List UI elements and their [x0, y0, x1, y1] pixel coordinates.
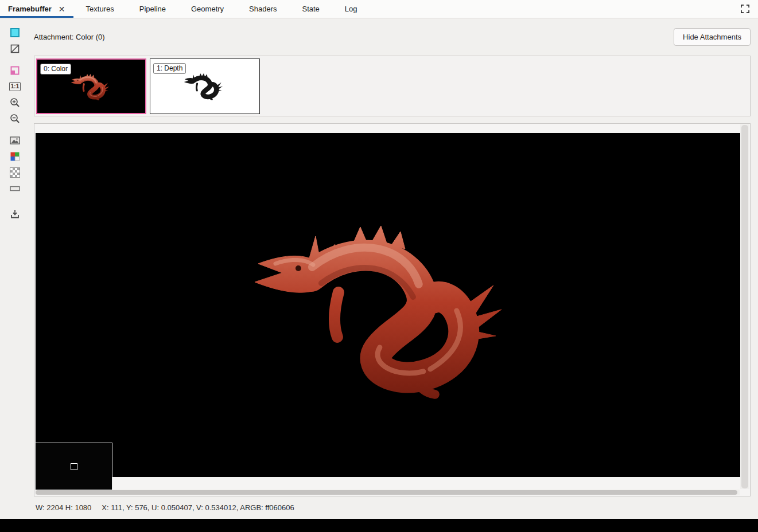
- tab-bar: Framebuffer ✕ Textures Pipeline Geometry…: [0, 0, 758, 18]
- attachment-strip: 0: Color 1: Depth: [34, 56, 751, 116]
- pixel-info-text: X: 111, Y: 576, U: 0.050407, V: 0.534012…: [102, 503, 294, 512]
- pink-border-icon[interactable]: [7, 64, 22, 77]
- dragon-depth-small: [180, 71, 224, 104]
- vertical-scrollbar[interactable]: [740, 124, 749, 489]
- tab-log-label: Log: [345, 5, 357, 13]
- hide-attachments-button[interactable]: Hide Attachments: [674, 28, 751, 46]
- zoom-actual-icon[interactable]: 1:1: [7, 80, 22, 93]
- zoom-in-icon[interactable]: [7, 96, 22, 109]
- attachment-thumb-label: 1: Depth: [153, 63, 186, 74]
- texture-toolbar: 1:1: [0, 19, 30, 519]
- dragon-render-large: [225, 208, 512, 425]
- dragon-render-small: [67, 71, 111, 104]
- alpha-disabled-icon[interactable]: [7, 42, 22, 56]
- attachment-thumb-depth[interactable]: 1: Depth: [150, 58, 260, 114]
- overview-pip[interactable]: [35, 443, 112, 490]
- fullscreen-icon[interactable]: [732, 0, 758, 18]
- tab-pipeline-label: Pipeline: [139, 5, 166, 13]
- save-texture-icon[interactable]: [7, 207, 22, 221]
- tab-geometry[interactable]: Geometry: [178, 0, 236, 18]
- tab-framebuffer-label: Framebuffer: [8, 5, 52, 13]
- bottom-panel: [0, 519, 758, 532]
- fit-image-icon[interactable]: [7, 134, 22, 147]
- color-swatch-icon[interactable]: [7, 26, 22, 40]
- pip-view-region[interactable]: [71, 463, 77, 470]
- vertical-scrollbar-thumb[interactable]: [741, 125, 748, 488]
- checkerboard-glyph: [10, 167, 20, 178]
- tab-shaders-label: Shaders: [249, 5, 277, 13]
- tab-shaders[interactable]: Shaders: [236, 0, 289, 18]
- texture-preview-panel: [34, 123, 751, 496]
- checkerboard-background-icon[interactable]: [7, 166, 22, 179]
- tab-pipeline[interactable]: Pipeline: [127, 0, 178, 18]
- zoom-actual-label: 1:1: [9, 82, 21, 91]
- tab-framebuffer[interactable]: Framebuffer ✕: [0, 0, 73, 18]
- attachment-thumb-color[interactable]: 0: Color: [36, 58, 146, 114]
- zoom-out-icon[interactable]: [7, 112, 22, 126]
- attachment-header: Attachment: Color (0) Hide Attachments: [34, 25, 751, 48]
- texture-size-text: W: 2204 H: 1080: [36, 503, 91, 512]
- tab-geometry-label: Geometry: [191, 5, 224, 13]
- framebuffer-canvas[interactable]: [36, 133, 740, 477]
- close-tab-icon[interactable]: ✕: [59, 5, 65, 13]
- texture-viewer-window: Framebuffer ✕ Textures Pipeline Geometry…: [0, 0, 758, 532]
- range-bar-icon[interactable]: [7, 182, 22, 195]
- horizontal-scrollbar-thumb[interactable]: [36, 490, 737, 495]
- tab-state[interactable]: State: [290, 0, 332, 18]
- tab-state-label: State: [302, 5, 320, 13]
- tab-textures[interactable]: Textures: [73, 0, 127, 18]
- tab-textures-label: Textures: [86, 5, 114, 13]
- rgba-channels-icon[interactable]: [7, 150, 22, 163]
- attachment-thumb-label: 0: Color: [40, 64, 71, 75]
- tab-log[interactable]: Log: [332, 0, 370, 18]
- horizontal-scrollbar[interactable]: [35, 490, 740, 495]
- status-bar: W: 2204 H: 1080 X: 111, Y: 576, U: 0.050…: [36, 502, 294, 513]
- attachment-label: Attachment: Color (0): [34, 33, 105, 41]
